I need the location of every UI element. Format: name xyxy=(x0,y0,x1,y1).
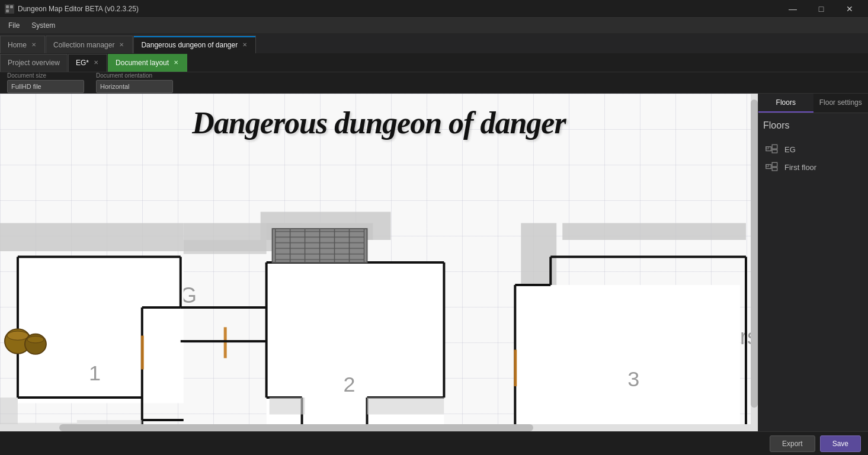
close-button[interactable]: ✕ xyxy=(836,0,863,18)
tab2-document-layout-label: Document layout xyxy=(116,59,169,67)
tab-dangerous-dungeon[interactable]: Dangerous dungeon of danger ✕ xyxy=(133,36,256,53)
svg-rect-18 xyxy=(141,336,144,370)
main-area: Dangerous dungeon of danger EG Firs xyxy=(0,94,868,431)
right-panel-tab-floors[interactable]: Floors xyxy=(758,94,813,113)
dungeon-svg: 1 2 3 xyxy=(0,94,758,431)
title-bar-text: Dungeon Map Editor BETA (v0.2.3.25) xyxy=(18,5,779,13)
tab-dangerous-dungeon-close[interactable]: ✕ xyxy=(241,41,248,49)
document-orientation-select[interactable]: Horizontal xyxy=(96,80,173,93)
document-size-group: Document size FullHD file xyxy=(7,72,84,93)
floors-section-title: Floors xyxy=(763,118,863,133)
svg-rect-71 xyxy=(772,145,777,149)
tab-collection-manager-close[interactable]: ✕ xyxy=(118,41,125,49)
menu-system[interactable]: System xyxy=(25,20,61,31)
svg-text:1: 1 xyxy=(89,362,101,384)
svg-rect-72 xyxy=(772,150,777,153)
export-button[interactable]: Export xyxy=(770,435,815,452)
tab2-document-layout-close[interactable]: ✕ xyxy=(172,59,180,67)
tab2-project-overview[interactable]: Project overview xyxy=(0,54,68,72)
save-button[interactable]: Save xyxy=(820,435,861,452)
svg-rect-76 xyxy=(772,168,777,171)
svg-rect-2 xyxy=(10,5,13,8)
horizontal-scrollbar[interactable] xyxy=(0,424,758,431)
svg-point-61 xyxy=(7,331,28,340)
tab2-eg-label: EG* xyxy=(76,59,89,67)
right-panel: Floors Floor settings Floors EG xyxy=(758,94,868,431)
app-icon xyxy=(5,4,14,14)
window-controls: — □ ✕ xyxy=(779,0,863,18)
tab-home-close[interactable]: ✕ xyxy=(30,41,37,49)
bottom-bar: Export Save xyxy=(0,431,868,455)
right-panel-tab-floor-settings[interactable]: Floor settings xyxy=(813,94,869,113)
document-size-label: Document size xyxy=(7,72,84,79)
tab-home[interactable]: Home ✕ xyxy=(0,36,45,53)
tab-dangerous-dungeon-label: Dangerous dungeon of danger xyxy=(141,41,238,49)
tab2-eg-close[interactable]: ✕ xyxy=(92,59,100,67)
floor-icon-eg xyxy=(765,144,780,155)
floor-item-first-floor[interactable]: First floor xyxy=(763,158,863,176)
tab2-document-layout[interactable]: Document layout ✕ xyxy=(108,54,187,72)
canvas-area[interactable]: Dangerous dungeon of danger EG Firs xyxy=(0,94,758,431)
tab-bar-primary: Home ✕ Collection manager ✕ Dangerous du… xyxy=(0,33,868,53)
floor-label-eg-panel: EG xyxy=(784,145,796,154)
svg-text:2: 2 xyxy=(344,373,355,396)
tab-bar-secondary: Project overview EG* ✕ Document layout ✕ xyxy=(0,53,868,72)
svg-rect-1 xyxy=(6,5,9,8)
svg-rect-3 xyxy=(6,9,9,12)
tab-collection-manager[interactable]: Collection manager ✕ xyxy=(46,36,133,53)
svg-rect-4 xyxy=(0,223,184,252)
tab-home-label: Home xyxy=(8,41,27,49)
svg-rect-9 xyxy=(562,223,746,241)
vertical-scrollbar-thumb[interactable] xyxy=(751,100,758,408)
svg-rect-34 xyxy=(367,398,444,415)
svg-rect-19 xyxy=(224,327,227,358)
vertical-scrollbar[interactable] xyxy=(751,94,758,424)
svg-rect-37 xyxy=(184,240,267,254)
horizontal-scrollbar-thumb[interactable] xyxy=(59,424,533,431)
svg-rect-33 xyxy=(270,398,305,415)
menu-file[interactable]: File xyxy=(2,20,25,31)
toolbar: Document size FullHD file Document orien… xyxy=(0,72,868,94)
right-panel-content: Floors EG First floor xyxy=(758,113,868,431)
svg-rect-45 xyxy=(514,350,517,386)
document-size-select[interactable]: FullHD file xyxy=(7,80,84,93)
svg-rect-75 xyxy=(772,162,777,166)
right-panel-tab-bar: Floors Floor settings xyxy=(758,94,868,113)
minimize-button[interactable]: — xyxy=(779,0,806,18)
title-bar: Dungeon Map Editor BETA (v0.2.3.25) — □ … xyxy=(0,0,868,18)
tab-collection-manager-label: Collection manager xyxy=(53,41,114,49)
document-orientation-label: Document orientation xyxy=(96,72,173,79)
document-orientation-group: Document orientation Horizontal xyxy=(96,72,173,93)
svg-rect-38 xyxy=(515,285,740,426)
floor-label-first-floor-panel: First floor xyxy=(784,163,816,172)
menu-bar: File System xyxy=(0,18,868,33)
svg-point-63 xyxy=(27,336,44,342)
floor-icon-first-floor xyxy=(765,162,780,172)
maximize-button[interactable]: □ xyxy=(808,0,835,18)
tab2-eg[interactable]: EG* ✕ xyxy=(68,54,107,72)
tab2-project-overview-label: Project overview xyxy=(8,59,60,67)
svg-text:3: 3 xyxy=(627,368,639,390)
floor-item-eg[interactable]: EG xyxy=(763,140,863,158)
